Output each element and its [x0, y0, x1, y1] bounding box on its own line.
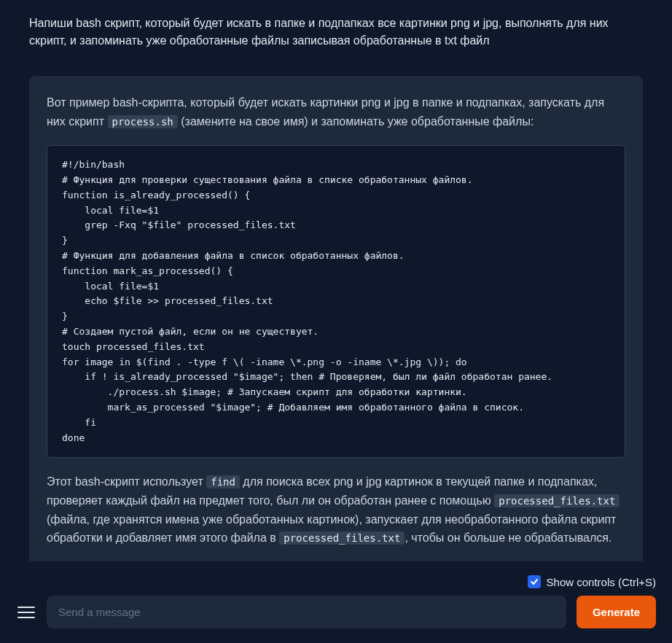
explanation-text-4: , чтобы он больше не обрабатывался.: [405, 531, 612, 544]
explanation-text-1: Этот bash-скрипт использует: [47, 475, 206, 488]
message-input[interactable]: [47, 596, 566, 628]
inline-code-processed-2: processed_files.txt: [279, 531, 405, 545]
footer-section: Show controls (Ctrl+S) Generate: [0, 565, 672, 643]
controls-row: Show controls (Ctrl+S): [16, 575, 656, 588]
show-controls-checkbox[interactable]: [528, 575, 541, 588]
inline-code-process: process.sh: [108, 115, 178, 128]
hamburger-icon: [17, 607, 35, 608]
menu-button[interactable]: [16, 602, 36, 623]
user-message: Напиши bash скрипт, который будет искать…: [29, 15, 643, 50]
hamburger-icon: [17, 612, 35, 613]
assistant-explanation: Этот bash-скрипт использует find для пои…: [47, 472, 625, 547]
hamburger-icon: [17, 617, 35, 618]
input-row: Generate: [16, 596, 656, 628]
assistant-intro-text-2: (замените на свое имя) и запоминать уже …: [178, 115, 534, 128]
generate-button[interactable]: Generate: [577, 596, 656, 628]
checkmark-icon: [530, 577, 539, 586]
code-block-bash[interactable]: #!/bin/bash # Функция для проверки сущес…: [47, 145, 625, 458]
assistant-intro: Вот пример bash-скрипта, который будет и…: [47, 93, 625, 130]
chat-container: Напиши bash скрипт, который будет искать…: [0, 0, 672, 561]
inline-code-find: find: [206, 475, 240, 488]
inline-code-processed-1: processed_files.txt: [494, 494, 620, 507]
assistant-message: Вот пример bash-скрипта, который будет и…: [29, 76, 643, 561]
show-controls-label: Show controls (Ctrl+S): [547, 576, 656, 588]
user-message-text: Напиши bash скрипт, который будет искать…: [29, 17, 609, 47]
